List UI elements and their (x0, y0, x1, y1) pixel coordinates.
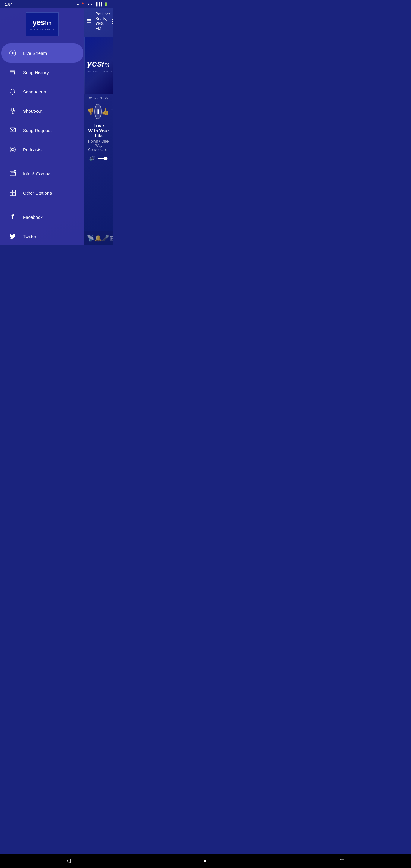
volume-icon[interactable]: 🔊 (89, 156, 95, 161)
svg-point-6 (14, 73, 15, 75)
battery-icon: 🔋 (104, 2, 108, 6)
volume-bar[interactable] (98, 158, 108, 159)
song-history-label: Song History (23, 70, 49, 75)
station-logo: yesfm POSITIVE BEATS (26, 12, 59, 36)
grid-nav-icon[interactable]: ⊞ (109, 235, 113, 242)
thumbup-icon[interactable]: 👍 (101, 108, 109, 115)
time-total: 03:29 (100, 96, 108, 100)
album-logo-yes: yesfm (87, 59, 110, 69)
info-contact-label: Info & Contact (23, 171, 52, 176)
song-request-label: Song Request (23, 128, 52, 133)
volume-thumb (104, 157, 107, 160)
twitter-icon (7, 231, 18, 242)
track-title: Love With Your Life (88, 123, 109, 138)
svg-rect-23 (13, 193, 15, 195)
podcast-icon (7, 144, 18, 155)
hamburger-icon[interactable]: ☰ (87, 18, 92, 24)
menu-item-info-contact[interactable]: Info & Contact (1, 164, 83, 183)
podcast-nav-icon[interactable]: 📡 (87, 235, 94, 242)
play-icon (7, 48, 18, 59)
album-art: yesfm POSITIVE BEATS (84, 37, 113, 94)
other-stations-label: Other Stations (23, 190, 52, 195)
menu-item-podcasts[interactable]: Podcasts (1, 140, 83, 159)
album-logo-sub: POSITIVE BEATS (85, 70, 113, 73)
shout-out-label: Shout-out (23, 108, 42, 114)
menu-item-song-history[interactable]: Song History (1, 63, 83, 82)
svg-rect-20 (10, 190, 12, 193)
menu-item-facebook[interactable]: f Facebook (1, 207, 83, 227)
live-stream-label: Live Stream (23, 51, 47, 56)
navigation-drawer: yesfm POSITIVE BEATS Live Stream (0, 0, 84, 245)
pause-button[interactable]: ⏸ (94, 104, 101, 119)
top-bar: ☰ Positive Beats, YES FM ⋮ (84, 8, 113, 34)
grid-icon (7, 187, 18, 198)
now-playing: Love With Your Life Hollyn • One-Way Con… (84, 121, 113, 154)
menu-item-live-stream[interactable]: Live Stream (1, 43, 83, 63)
overflow-icon[interactable]: ⋮ (110, 18, 113, 24)
time-elapsed: 01:50 (89, 96, 98, 100)
signal-icon: ▐▐▐ (95, 2, 102, 6)
svg-rect-8 (12, 108, 13, 111)
play-status-icon: ▶ (76, 2, 79, 6)
info-icon (7, 168, 18, 179)
message-icon (7, 125, 18, 135)
thumbdown-icon[interactable]: 👎 (87, 108, 94, 115)
facebook-icon: f (7, 212, 18, 222)
menu-item-twitter[interactable]: Twitter (1, 227, 83, 245)
list-icon (7, 67, 18, 78)
svg-rect-22 (10, 193, 12, 195)
facebook-label: Facebook (23, 215, 43, 220)
status-time: 1:54 (5, 2, 13, 7)
menu-item-shout-out[interactable]: Shout-out (1, 101, 83, 121)
track-artist: Hollyn • One-Way Conversation (88, 139, 109, 152)
podcasts-label: Podcasts (23, 147, 41, 152)
svg-point-12 (11, 148, 13, 150)
twitter-label: Twitter (23, 234, 36, 239)
mic-icon (7, 105, 18, 116)
svg-point-19 (15, 172, 15, 172)
player-controls: 👎 ⏸ 👍 ⋮ (84, 102, 113, 121)
svg-rect-21 (13, 190, 15, 193)
mic-nav-icon[interactable]: 🎤 (102, 235, 109, 242)
menu-item-song-request[interactable]: Song Request (1, 121, 83, 140)
bell-nav-icon[interactable]: 🔔 (94, 235, 102, 242)
menu-item-song-alerts[interactable]: Song Alerts (1, 82, 83, 101)
location-icon: 📍 (81, 2, 85, 6)
time-row: 01:50 03:29 (84, 94, 113, 102)
svg-marker-1 (12, 52, 14, 54)
song-alerts-label: Song Alerts (23, 89, 46, 94)
bottom-nav: 📡 🔔 🎤 ⊞ (84, 231, 113, 245)
bell-icon (7, 86, 18, 97)
wifi-icon: ▲▲ (87, 2, 93, 6)
more-icon[interactable]: ⋮ (109, 108, 113, 115)
album-art-container: yesfm POSITIVE BEATS (84, 37, 113, 94)
logo-subtext: POSITIVE BEATS (30, 28, 55, 30)
logo-text: yesfm (33, 18, 52, 27)
volume-row: 🔊 (84, 154, 113, 162)
menu-item-other-stations[interactable]: Other Stations (1, 183, 83, 203)
app-title: Positive Beats, YES FM (95, 11, 110, 31)
